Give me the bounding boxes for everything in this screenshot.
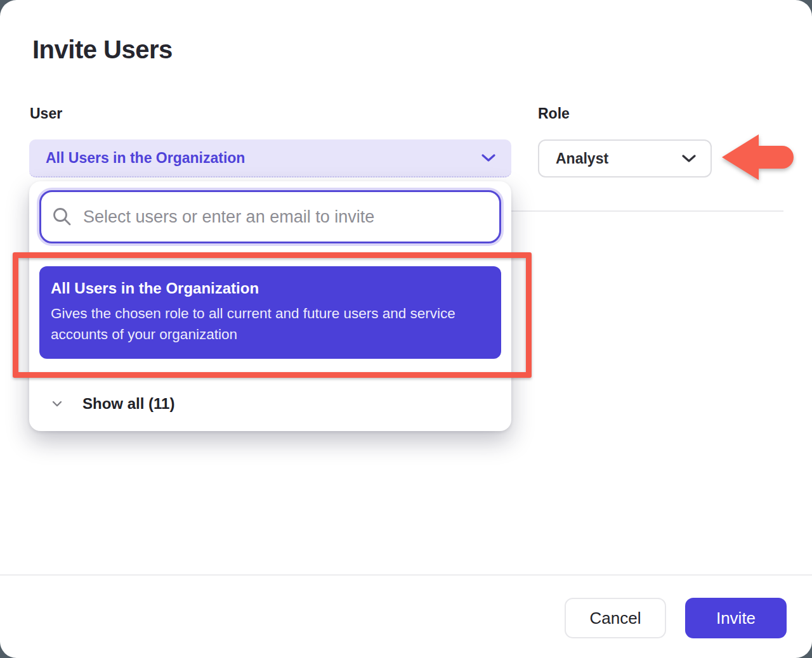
- chevron-down-icon: [481, 153, 496, 162]
- user-dropdown-panel: All Users in the Organization Gives the …: [29, 181, 511, 431]
- user-search-input[interactable]: [39, 190, 501, 243]
- invite-button[interactable]: Invite: [685, 598, 787, 638]
- user-search: [39, 190, 501, 243]
- option-all-users-org[interactable]: All Users in the Organization Gives the …: [39, 266, 501, 359]
- show-all-toggle[interactable]: Show all (11): [29, 388, 511, 420]
- role-select[interactable]: Analyst: [538, 139, 712, 177]
- footer-divider: [0, 574, 812, 576]
- role-select-value: Analyst: [556, 150, 681, 167]
- cancel-button[interactable]: Cancel: [565, 598, 666, 638]
- user-field-label: User: [30, 105, 62, 122]
- invite-users-dialog: Invite Users User Role All Users in the …: [0, 0, 812, 658]
- page-title: Invite Users: [32, 35, 173, 64]
- chevron-down-icon: [52, 401, 62, 407]
- annotation-arrow-left-icon: [716, 129, 797, 190]
- user-select-value: All Users in the Organization: [46, 150, 481, 167]
- chevron-down-icon: [681, 154, 697, 163]
- user-select[interactable]: All Users in the Organization: [29, 139, 511, 177]
- option-title: All Users in the Organization: [51, 280, 490, 297]
- show-all-label: Show all (11): [82, 395, 174, 413]
- role-field-label: Role: [538, 105, 570, 122]
- option-description: Gives the chosen role to all current and…: [51, 303, 490, 345]
